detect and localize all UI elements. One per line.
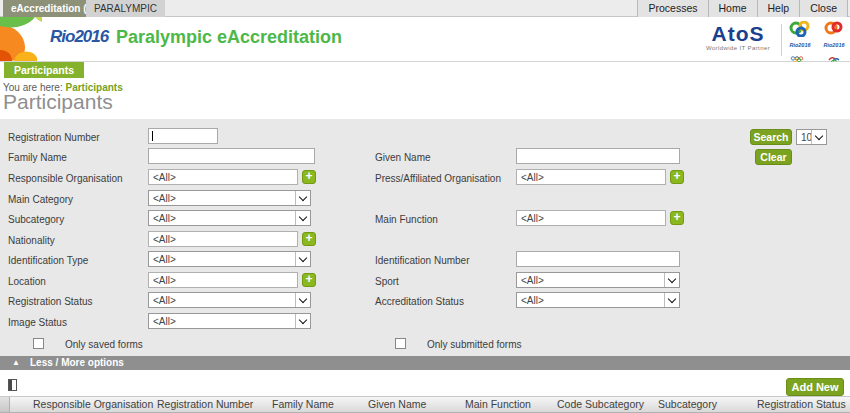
processes-button[interactable]: Processes — [637, 0, 707, 17]
identification-number-label: Identification Number — [375, 254, 470, 268]
image-status-select[interactable]: <All> — [148, 313, 311, 329]
press-affiliated-organisation-label: Press/Affiliated Organisation — [375, 172, 501, 186]
atos-tagline: Worldwide IT Partner — [702, 45, 774, 51]
olympic-rings-icon — [789, 56, 811, 62]
row-selector-column — [0, 397, 10, 412]
plus-icon: + — [305, 272, 312, 286]
only-saved-forms-label: Only saved forms — [65, 339, 143, 350]
less-more-options-toggle[interactable]: ▲ Less / More options — [0, 356, 850, 370]
column-header-registration-number: Registration Number — [157, 397, 253, 412]
chevron-down-icon — [295, 314, 310, 328]
press-affiliated-organisation-field[interactable]: <All> — [516, 169, 666, 185]
main-function-label: Main Function — [375, 213, 438, 227]
help-button[interactable]: Help — [757, 0, 800, 17]
page-title: Participants — [3, 90, 113, 114]
location-add-button[interactable]: + — [302, 273, 316, 287]
rio-paralympic-logo: Rio2016 — [819, 21, 849, 66]
location-field[interactable]: <All> — [148, 272, 298, 288]
press-affiliated-organisation-add-button[interactable]: + — [670, 170, 684, 184]
app-title: Paralympic eAccreditation — [116, 27, 342, 48]
location-label: Location — [8, 275, 46, 289]
responsible-organisation-add-button[interactable]: + — [302, 170, 316, 184]
home-button[interactable]: Home — [708, 0, 757, 17]
text-caret — [152, 131, 153, 141]
registration-status-select[interactable]: <All> — [148, 292, 311, 308]
column-header-code-subcategory: Code Subcategory — [557, 397, 644, 412]
plus-icon: + — [673, 169, 680, 183]
column-header-main-function: Main Function — [465, 397, 531, 412]
chevron-down-icon — [664, 293, 679, 307]
main-function-field[interactable]: <All> — [516, 210, 666, 226]
identification-number-input[interactable] — [516, 251, 680, 267]
chevron-down-icon — [811, 130, 826, 144]
less-more-options-label: Less / More options — [30, 356, 124, 370]
plus-icon: + — [305, 169, 312, 183]
column-header-subcategory: Subcategory — [658, 397, 717, 412]
chevron-down-icon — [295, 252, 310, 266]
rio-olympic-logo: Rio2016 — [785, 21, 815, 66]
triangle-up-icon: ▲ — [12, 356, 20, 370]
subcategory-select[interactable]: <All> — [148, 210, 311, 226]
nationality-field[interactable]: <All> — [148, 231, 298, 247]
identification-type-label: Identification Type — [8, 254, 88, 268]
atos-logo: AtoS Worldwide IT Partner — [702, 23, 774, 51]
family-name-label: Family Name — [8, 151, 67, 165]
app-window: eAccreditation (ECR) PARALYMPIC Processe… — [0, 0, 850, 413]
atos-logo-text: AtoS — [702, 23, 774, 45]
chevron-down-icon — [295, 293, 310, 307]
nav-tab-participants[interactable]: Participants — [4, 62, 84, 78]
rio2016-logo: Rio2016 — [50, 27, 108, 47]
column-header-family-name: Family Name — [272, 397, 334, 412]
sport-select[interactable]: <All> — [516, 272, 680, 288]
only-submitted-forms-checkbox[interactable] — [395, 338, 406, 349]
main-function-add-button[interactable]: + — [670, 211, 684, 225]
accreditation-status-select[interactable]: <All> — [516, 292, 680, 308]
rio-look-graphic — [0, 17, 42, 61]
chevron-down-icon — [664, 273, 679, 287]
responsible-organisation-field[interactable]: <All> — [148, 169, 298, 185]
column-header-registration-status: Registration Status — [757, 397, 846, 412]
tab-paralympic[interactable]: PARALYMPIC — [86, 0, 165, 17]
rio-olympic-loops-icon — [787, 21, 813, 37]
identification-type-select[interactable]: <All> — [148, 251, 311, 267]
main-category-label: Main Category — [8, 193, 73, 207]
responsible-organisation-label: Responsible Organisation — [8, 172, 123, 186]
image-status-label: Image Status — [8, 316, 67, 330]
nationality-add-button[interactable]: + — [302, 232, 316, 246]
plus-icon: + — [673, 210, 680, 224]
results-table-header: Responsible Organisation Registration Nu… — [0, 396, 850, 413]
panel-toggle-icon[interactable] — [8, 379, 17, 391]
main-category-select[interactable]: <All> — [148, 190, 311, 206]
sport-label: Sport — [375, 275, 399, 289]
given-name-label: Given Name — [375, 151, 431, 165]
clear-button[interactable]: Clear — [755, 149, 792, 165]
registration-number-label: Registration Number — [8, 131, 100, 145]
top-bar: eAccreditation (ECR) PARALYMPIC Processe… — [0, 0, 850, 17]
app-header: Rio2016 Paralympic eAccreditation AtoS W… — [0, 17, 850, 62]
subcategory-label: Subcategory — [8, 213, 64, 227]
only-submitted-forms-label: Only submitted forms — [427, 339, 521, 350]
only-saved-forms-checkbox[interactable] — [33, 338, 44, 349]
rio-paralympic-loops-icon — [821, 21, 847, 37]
header-divider — [781, 24, 782, 56]
column-header-given-name: Given Name — [368, 397, 426, 412]
add-new-button[interactable]: Add New — [786, 378, 844, 396]
column-header-responsible-organisation: Responsible Organisation — [33, 397, 153, 412]
close-button[interactable]: Close — [799, 0, 848, 17]
registration-number-input[interactable] — [148, 128, 218, 144]
paralympic-agitos-icon — [823, 56, 845, 62]
given-name-input[interactable] — [516, 148, 680, 164]
chevron-down-icon — [295, 211, 310, 225]
accreditation-status-label: Accreditation Status — [375, 295, 464, 309]
chevron-down-icon — [295, 191, 310, 205]
topbar-actions: Processes Home Help Close — [637, 0, 848, 17]
page-size-select[interactable]: 10 — [796, 129, 827, 145]
plus-icon: + — [305, 231, 312, 245]
family-name-input[interactable] — [148, 148, 315, 164]
registration-status-label: Registration Status — [8, 295, 93, 309]
nationality-label: Nationality — [8, 234, 55, 248]
search-button[interactable]: Search — [750, 129, 792, 145]
